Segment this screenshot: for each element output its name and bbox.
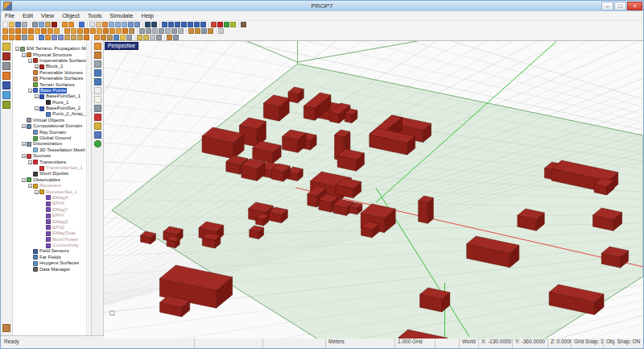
view-left-icon[interactable]	[175, 22, 180, 27]
collapse-toggle-icon[interactable]: −	[28, 184, 32, 188]
collapse-toggle-icon[interactable]: −	[22, 154, 26, 158]
viewport-canvas[interactable]	[104, 41, 643, 339]
pan-hand-icon[interactable]	[96, 22, 101, 27]
collapse-toggle-icon[interactable]: −	[28, 59, 32, 63]
save-view-icon[interactable]	[94, 131, 101, 139]
move-tool-icon[interactable]	[2, 35, 8, 40]
explode-tool-icon[interactable]	[84, 35, 89, 40]
viewport-3d[interactable]: Perspective	[104, 40, 643, 335]
module-em-tempo-icon[interactable]	[2, 52, 10, 60]
ungroup-tool-icon[interactable]	[58, 35, 64, 40]
tree-item-transmitterset-1[interactable]: TransmitterSet_1	[14, 165, 86, 171]
home-view-icon[interactable]	[173, 35, 179, 40]
draw-helix-icon[interactable]	[47, 28, 53, 34]
draw-frustum-icon[interactable]	[35, 28, 40, 34]
draw-circle-icon[interactable]	[71, 28, 76, 34]
notes-icon[interactable]	[94, 96, 101, 103]
palette-icon[interactable]	[94, 123, 101, 130]
tree-scrollbar[interactable]	[86, 40, 91, 335]
light-tool-icon[interactable]	[120, 35, 126, 40]
open-folder-icon[interactable]	[9, 22, 14, 27]
maximize-button[interactable]: □	[614, 2, 626, 10]
render-quality-icon[interactable]	[126, 35, 132, 40]
flag-green-icon[interactable]	[224, 22, 229, 27]
draw-triangle-icon[interactable]	[90, 28, 96, 34]
curve-circle-icon[interactable]	[152, 28, 158, 34]
menu-simulate[interactable]: Simulate	[105, 11, 137, 20]
save-icon[interactable]	[15, 22, 21, 27]
rotate-tool-icon[interactable]	[9, 35, 14, 40]
tree-item-3d-tessellation-mesh[interactable]: 3D Tessellation Mesh	[14, 147, 86, 153]
tree-item-rcvd-power[interactable]: Rcvd Power	[14, 237, 86, 243]
module-em-picasso-icon[interactable]	[2, 62, 10, 70]
tree-item-penetrable-volumes[interactable]: Penetrable Volumes	[14, 70, 86, 76]
snap-tool-icon[interactable]	[45, 35, 51, 40]
copy-icon[interactable]	[39, 22, 44, 27]
array-copy-icon[interactable]	[28, 35, 34, 40]
print-icon[interactable]	[22, 22, 27, 27]
new-file-icon[interactable]	[2, 22, 8, 27]
tree-item-penetrable-surfaces[interactable]: Penetrable Surfaces	[14, 76, 86, 81]
tree-item-receivers[interactable]: −Receivers	[14, 183, 86, 189]
tree-item-ephz[interactable]: EPhZ	[14, 225, 86, 231]
curve-spline-icon[interactable]	[171, 28, 177, 34]
tree-item-field-sensors[interactable]: Field Sensors	[14, 248, 86, 254]
more-dropdown-icon[interactable]	[218, 28, 224, 34]
tree-item-point-2-array-1[interactable]: Point_2_Array_1	[14, 111, 86, 117]
flag-blue-red-icon[interactable]	[211, 22, 217, 27]
tree-item-computational-domain[interactable]: −Computational Domain	[14, 123, 86, 129]
draw-blob-icon[interactable]	[116, 28, 122, 34]
tree-item-terrain-surfaces[interactable]: Terrain Surfaces	[14, 81, 86, 87]
tree-item-short-dipoles[interactable]: Short Dipoles	[14, 171, 86, 177]
menu-edit[interactable]: Edit	[19, 11, 37, 20]
collapse-toggle-icon[interactable]: −	[35, 94, 39, 98]
draw-cylinder-icon[interactable]	[22, 28, 27, 34]
collapse-toggle-icon[interactable]: −	[35, 190, 39, 194]
grid-toggle-icon[interactable]	[156, 35, 162, 40]
display-1-icon[interactable]	[94, 69, 101, 77]
menu-tools[interactable]: Tools	[84, 11, 106, 20]
tree-item-impenetrable-surfaces[interactable]: −Impenetrable Surfaces	[14, 58, 86, 64]
tree-item-block-1[interactable]: +Block_1	[14, 64, 86, 69]
zoom-out-icon[interactable]	[128, 22, 134, 27]
draw-ring-icon[interactable]	[103, 28, 109, 34]
group-tool-icon[interactable]	[52, 35, 57, 40]
boolean-subtract-icon[interactable]	[71, 35, 76, 40]
tree-item-emagz[interactable]: EMagZ	[14, 218, 86, 224]
run-simulation-icon[interactable]	[94, 140, 101, 147]
tree-item-base-points[interactable]: −Base Points	[14, 88, 86, 93]
tree-item-global-ground[interactable]: Global Ground	[14, 135, 86, 141]
measure-tool-icon[interactable]	[137, 35, 142, 40]
draw-trapezoid-icon[interactable]	[97, 28, 102, 34]
draw-rect-icon[interactable]	[64, 28, 70, 34]
render-view-2-icon[interactable]	[151, 22, 157, 27]
layers-tool-icon[interactable]	[114, 35, 119, 40]
zoom-in-icon[interactable]	[109, 22, 114, 27]
draw-sector-icon[interactable]	[109, 28, 115, 34]
draw-torus-icon[interactable]	[41, 28, 47, 34]
view-back-icon[interactable]	[194, 22, 200, 27]
minimize-button[interactable]: –	[601, 2, 613, 10]
dimension-tool-icon[interactable]	[143, 35, 149, 40]
zoom-window-icon[interactable]	[115, 22, 121, 27]
tree-item-observables[interactable]: −Observables	[14, 177, 86, 183]
draw-diamond-icon[interactable]	[84, 28, 89, 34]
boolean-union-icon[interactable]	[64, 35, 70, 40]
annotate-tool-icon[interactable]	[150, 35, 155, 40]
draw-ellipse-icon[interactable]	[77, 28, 83, 34]
module-em-ferma-icon[interactable]	[2, 101, 10, 109]
tree-item-ephx[interactable]: EPhX	[14, 201, 86, 206]
draw-pyramid-icon[interactable]	[28, 28, 34, 34]
module-em-terrano-icon[interactable]	[2, 72, 10, 80]
close-button[interactable]: ×	[627, 2, 642, 10]
tree-item-huygens-surfaces[interactable]: Huygens Surfaces	[14, 260, 86, 266]
collapse-toggle-icon[interactable]: −	[28, 89, 32, 93]
move-mode-icon[interactable]	[94, 52, 101, 59]
tree-item-emagtotal[interactable]: EMagTotal	[14, 231, 86, 236]
print-preview-icon[interactable]	[94, 60, 101, 68]
curve-ellipse-icon[interactable]	[178, 28, 184, 34]
tree-item-emagx[interactable]: EMagX	[14, 195, 86, 201]
tree-item-ray-domain[interactable]: Ray Domain	[14, 129, 86, 135]
material-tool-icon[interactable]	[94, 35, 100, 40]
fx-variables-icon[interactable]	[94, 87, 101, 94]
